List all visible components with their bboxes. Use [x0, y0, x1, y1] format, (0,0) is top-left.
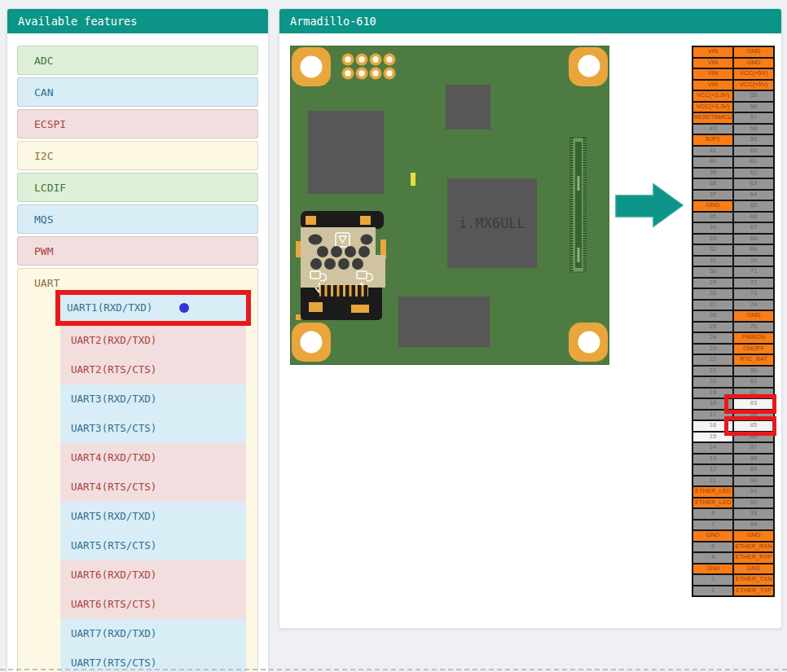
pin-cell-left-gnd[interactable]: GND [692, 564, 733, 575]
pin-cell-left-5[interactable]: 5 [692, 542, 733, 553]
pin-cell-left-resetbmcu[interactable]: RESETBMCU [692, 112, 733, 124]
pin-cell-left-20[interactable]: 20 [692, 376, 733, 388]
pin-cell-right-vcc-5v[interactable]: VCC(+5V) [733, 80, 774, 91]
pin-cell-right-pwron[interactable]: PWRON [733, 332, 774, 344]
pin-cell-left-13[interactable]: 13 [692, 454, 733, 465]
pin-cell-left-vcc-3-3v[interactable]: VCC(+3.3V) [692, 102, 733, 113]
uart-option-uart6-rxd-txd[interactable]: UART6(RXD/TXD) [60, 560, 246, 590]
pin-cell-right-ether-txp[interactable]: ETHER_TXP [733, 586, 774, 597]
uart-option-uart3-rts-cts[interactable]: UART3(RTS/CTS) [60, 414, 246, 443]
pin-cell-right-56[interactable]: 56 [733, 102, 774, 113]
pin-cell-left-bjp1[interactable]: BJP1 [692, 134, 733, 146]
pin-cell-right-gnd[interactable]: GND [733, 564, 774, 575]
pin-cell-right-gnd[interactable]: GND [733, 58, 774, 69]
pin-cell-left-33[interactable]: 33 [692, 234, 733, 245]
pin-cell-right-69[interactable]: 69 [733, 244, 774, 256]
pin-cell-right-73[interactable]: 73 [733, 288, 774, 300]
pin-cell-right-55[interactable]: 55 [733, 90, 774, 102]
pin-cell-left-vin[interactable]: VIN [692, 68, 733, 80]
pin-cell-left-vcc-3-3v[interactable]: VCC(+3.3V) [692, 90, 733, 102]
uart-option-uart5-rts-cts[interactable]: UART5(RTS/CTS) [60, 531, 246, 560]
pin-cell-left-1[interactable]: 1 [692, 586, 733, 597]
pin-cell-left-23[interactable]: 23 [692, 344, 733, 355]
pin-cell-right-62[interactable]: 62 [733, 168, 774, 179]
pin-cell-left-11[interactable]: 11 [692, 476, 733, 487]
pin-cell-left-4[interactable]: 4 [692, 552, 733, 564]
uart-option-uart7-rxd-txd[interactable]: UART7(RXD/TXD) [60, 619, 246, 648]
pin-cell-right-92[interactable]: 92 [733, 498, 774, 509]
pin-cell-left-22[interactable]: 22 [692, 354, 733, 366]
uart-option-uart5-rxd-txd[interactable]: UART5(RXD/TXD) [60, 502, 246, 531]
pin-cell-left-2[interactable]: 2 [692, 574, 733, 586]
pin-cell-left-37[interactable]: 37 [692, 190, 733, 201]
pin-cell-right-90[interactable]: 90 [733, 476, 774, 487]
pin-cell-left-24[interactable]: 24 [692, 332, 733, 344]
pin-cell-right-63[interactable]: 63 [733, 178, 774, 190]
feature-item-mqs[interactable]: MQS [17, 204, 258, 234]
pin-cell-left-ether-led[interactable]: ETHER_LED [692, 486, 733, 498]
pin-cell-right-72[interactable]: 72 [733, 278, 774, 289]
pin-cell-left-41[interactable]: 41 [692, 146, 733, 157]
uart-option-uart1-rxd-txd[interactable]: UART1(RXD/TXD) [60, 295, 246, 321]
pin-cell-left-30[interactable]: 30 [692, 266, 733, 278]
pin-cell-left-34[interactable]: 34 [692, 222, 733, 234]
pin-cell-left-8[interactable]: 8 [692, 508, 733, 520]
uart-option-uart4-rts-cts[interactable]: UART4(RTS/CTS) [60, 472, 246, 502]
pin-cell-left-39[interactable]: 39 [692, 168, 733, 179]
feature-item-lcdif[interactable]: LCDIF [17, 173, 258, 202]
pin-cell-right-gnd[interactable]: GND [733, 310, 774, 322]
pin-cell-right-66[interactable]: 66 [733, 212, 774, 223]
pin-cell-left-40[interactable]: 40 [692, 156, 733, 168]
pin-cell-left-gnd[interactable]: GND [692, 530, 733, 542]
pin-cell-right-81[interactable]: 81 [733, 376, 774, 388]
pin-cell-right-71[interactable]: 71 [733, 266, 774, 278]
pin-cell-left-25[interactable]: 25 [692, 322, 733, 333]
pin-cell-left-38[interactable]: 38 [692, 178, 733, 190]
uart-option-uart2-rxd-txd[interactable]: UART2(RXD/TXD) [60, 326, 246, 355]
pin-cell-right-88[interactable]: 88 [733, 454, 774, 465]
feature-item-can[interactable]: CAN [17, 77, 258, 107]
feature-item-uart[interactable]: UART UART1(RXD/TXD)UART2(RXD/TXD)UART2(R… [17, 268, 258, 672]
pin-cell-left-vin[interactable]: VIN [692, 46, 733, 58]
pin-cell-left-35[interactable]: 35 [692, 212, 733, 223]
pin-cell-right-57[interactable]: 57 [733, 112, 774, 124]
uart-option-uart2-rts-cts[interactable]: UART2(RTS/CTS) [60, 355, 246, 384]
pin-cell-right-ether-rxn[interactable]: ETHER_RXN [733, 542, 774, 553]
pin-cell-right-91[interactable]: 91 [733, 486, 774, 498]
pin-cell-right-ether-rxp[interactable]: ETHER_RXP [733, 552, 774, 564]
uart-option-uart6-rts-cts[interactable]: UART6(RTS/CTS) [60, 590, 246, 619]
pin-cell-right-gnd[interactable]: GND [733, 46, 774, 58]
pin-cell-left-43[interactable]: 43 [692, 124, 733, 135]
pin-cell-right-80[interactable]: 80 [733, 366, 774, 377]
feature-item-pwm[interactable]: PWM [17, 236, 258, 266]
pin-cell-right-gnd[interactable]: GND [733, 530, 774, 542]
pin-cell-left-31[interactable]: 31 [692, 256, 733, 267]
pin-cell-right-70[interactable]: 70 [733, 256, 774, 267]
uart-option-uart4-rxd-txd[interactable]: UART4(RXD/TXD) [60, 443, 246, 472]
pin-cell-right-89[interactable]: 89 [733, 464, 774, 476]
pin-cell-right-59[interactable]: 59 [733, 134, 774, 146]
pin-cell-right-onoff[interactable]: ONOFF [733, 344, 774, 355]
pin-cell-left-vin[interactable]: VIN [692, 80, 733, 91]
pin-cell-left-7[interactable]: 7 [692, 520, 733, 531]
pin-cell-left-ether-led[interactable]: ETHER_LED [692, 498, 733, 509]
pin-cell-right-87[interactable]: 87 [733, 442, 774, 454]
pin-cell-right-68[interactable]: 68 [733, 234, 774, 245]
pin-cell-right-64[interactable]: 64 [733, 190, 774, 201]
pin-cell-right-rtc-bat[interactable]: RTC_BAT [733, 354, 774, 366]
feature-item-ecspi[interactable]: ECSPI [17, 109, 258, 138]
pin-cell-left-vin[interactable]: VIN [692, 58, 733, 69]
pin-cell-left-21[interactable]: 21 [692, 366, 733, 377]
pin-cell-left-gnd[interactable]: GND [692, 200, 733, 212]
pin-cell-right-67[interactable]: 67 [733, 222, 774, 234]
pin-cell-right-93[interactable]: 93 [733, 508, 774, 520]
pin-cell-right-94[interactable]: 94 [733, 520, 774, 531]
pin-cell-right-76[interactable]: 76 [733, 322, 774, 333]
pin-cell-left-14[interactable]: 14 [692, 442, 733, 454]
pin-cell-right-58[interactable]: 58 [733, 124, 774, 135]
feature-item-i2c[interactable]: I2C [17, 141, 258, 170]
pin-cell-left-26[interactable]: 26 [692, 310, 733, 322]
pin-cell-left-27[interactable]: 27 [692, 300, 733, 311]
pin-cell-left-32[interactable]: 32 [692, 244, 733, 256]
pin-cell-left-29[interactable]: 29 [692, 278, 733, 289]
